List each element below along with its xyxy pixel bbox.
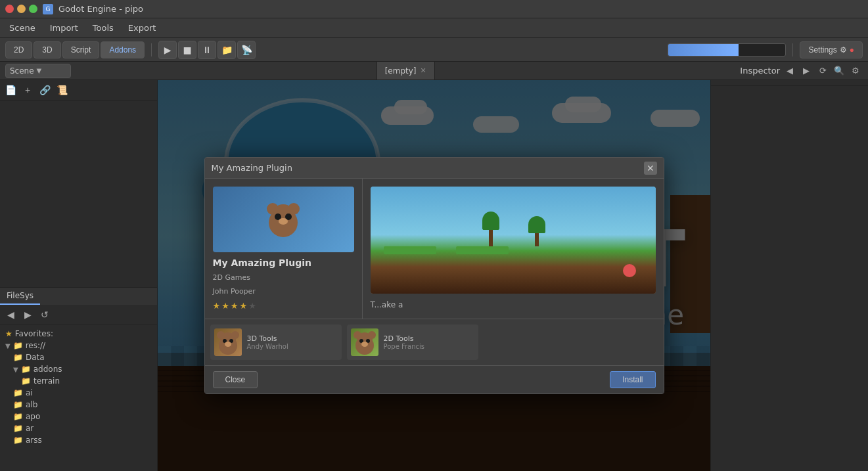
play-btn[interactable]: ▶ [158,41,177,59]
modal-close-btn[interactable]: ✕ [644,162,657,175]
titlebar-title: Godot Engine - pipo [58,4,143,14]
alert-icon: ● [850,45,854,55]
menu-import[interactable]: Import [43,21,85,35]
tab-spacer [76,62,377,79]
inspector-prev-btn[interactable]: ◀ [783,64,797,78]
modal-plugin-description: T...ake a [363,179,664,319]
modal-titlebar: My Amazing Plugin ✕ [205,158,664,179]
svg-point-18 [288,203,300,215]
fs-tree: ★ Favorites: ▼ 📁 res:// 📁 Data ▼ 📁 addon… [0,325,157,471]
inspector-history-btn[interactable]: ⟳ [815,64,830,78]
close-window-btn[interactable] [5,5,14,13]
menu-tools[interactable]: Tools [86,21,120,35]
mode-2d-btn[interactable]: 2D [5,41,32,58]
play-buttons-group: ▶ ■ ⏸ 📁 📡 [158,41,256,59]
fs-node-arss[interactable]: 📁 arss [0,434,157,446]
inspector-settings-btn[interactable]: ⚙ [848,64,863,78]
fs-node-alb[interactable]: 📁 alb [0,399,157,411]
plugin-category: 2D Games [213,273,354,282]
fs-forward-btn[interactable]: ▶ [20,307,35,323]
plugin-card-name-2: 2D Tools [384,334,474,343]
star-2: ★ [221,301,229,311]
modal-title: My Amazing Plugin [212,163,292,173]
scene-tab-section: Scene ▼ [0,62,76,79]
instance-scene-btn[interactable]: 🔗 [37,82,53,98]
inspector-search-btn[interactable]: 🔍 [832,64,846,78]
scene-tree [0,101,157,287]
progress-bar-fill [668,44,739,56]
fs-node-ai[interactable]: 📁 ai [0,387,157,399]
plugin-card-info-1: 3D Tools Andy Warhol [247,334,338,350]
fs-node-res[interactable]: ▼ 📁 res:// [0,340,157,351]
plugin-rating: ★ ★ ★ ★ ★ [213,301,354,311]
plugin-name: My Amazing Plugin [213,258,354,268]
progress-bar [668,43,786,56]
mode-addons-btn[interactable]: Addons [101,41,145,58]
fs-node-apo[interactable]: 📁 apo [0,411,157,422]
main-area: 📄 + 🔗 📜 FileSys ◀ ▶ ↺ ★ Favorites: [0,80,868,471]
plugin-card-thumb-1 [214,328,242,356]
inspector-next-btn[interactable]: ▶ [799,64,813,78]
svg-point-31 [354,331,361,339]
plugin-card-1[interactable]: 3D Tools Andy Warhol [210,325,342,360]
inspector-label: Inspector [740,66,780,76]
pause-btn[interactable]: ⏸ [198,41,216,59]
plugin-card-info-2: 2D Tools Pope Francis [384,334,474,350]
mode-buttons-group: 2D 3D Script Addons [5,41,145,58]
svg-point-24 [217,331,225,339]
fs-node-data[interactable]: 📁 Data [0,351,157,363]
modal-window: My Amazing Plugin ✕ [204,157,664,394]
stop-btn[interactable]: ■ [178,41,196,59]
inspector-section: Inspector ◀ ▶ ⟳ 🔍 ⚙ [735,62,868,79]
fs-node-terrain[interactable]: 📁 terrain [0,375,157,387]
fs-node-ar[interactable]: 📁 ar [0,422,157,434]
tab-close-icon[interactable]: ✕ [421,66,426,75]
plugin-3d-icon [214,328,242,356]
minimize-window-btn[interactable] [17,5,26,13]
star-4: ★ [239,301,247,311]
plugin-author: John Pooper [213,287,354,296]
inspector-search-bar [711,80,868,86]
dropdown-arrow-icon: ▼ [37,67,42,74]
remote-btn[interactable]: 📡 [237,41,256,59]
star-5: ★ [248,301,256,311]
settings-icon: ⚙ [840,45,847,55]
center-viewport: GODOT Game engine [158,80,710,471]
plugin-description-text: T...ake a [371,299,656,311]
scene-dropdown[interactable]: Scene ▼ [5,64,71,78]
svg-point-25 [231,331,239,339]
plugin-2d-icon [351,328,378,356]
add-node-btn[interactable]: + [20,82,35,98]
fs-refresh-btn[interactable]: ↺ [37,307,53,323]
mode-script-btn[interactable]: Script [62,41,100,58]
plugin-grid: 3D Tools Andy Warhol [205,319,664,365]
modal-footer: Close Install [205,365,664,393]
new-scene-btn[interactable]: 📄 [3,82,18,98]
plugin-card-author-2: Pope Francis [384,343,474,350]
left-panel: 📄 + 🔗 📜 FileSys ◀ ▶ ↺ ★ Favorites: [0,80,158,471]
fs-back-btn[interactable]: ◀ [3,307,18,323]
settings-btn[interactable]: Settings ⚙ ● [800,41,863,58]
fs-toolbar: ◀ ▶ ↺ [0,305,157,325]
plugin-card-thumb-2 [351,328,378,356]
menu-scene[interactable]: Scene [3,21,42,35]
app-icon: G [43,4,53,14]
maximize-window-btn[interactable] [29,5,37,13]
step-btn[interactable]: 📁 [217,41,236,59]
svg-point-28 [225,342,231,347]
toolbar-separator-1 [151,43,152,56]
plugin-card-name-1: 3D Tools [247,334,338,343]
filesystem-tab[interactable]: FileSys [0,288,40,305]
window-controls[interactable] [5,5,37,13]
mode-3d-btn[interactable]: 3D [34,41,60,58]
script-btn[interactable]: 📜 [54,82,70,98]
modal-install-button[interactable]: Install [610,371,655,388]
fs-node-addons[interactable]: ▼ 📁 addons [0,363,157,375]
tab-empty[interactable]: [empty] ✕ [377,62,435,79]
plugin-card-2[interactable]: 2D Tools Pope Francis [347,325,478,360]
tab-spacer-2 [435,62,735,79]
menu-export[interactable]: Export [122,21,163,35]
star-1: ★ [213,301,221,311]
svg-point-35 [361,342,368,347]
modal-close-button[interactable]: Close [213,371,258,388]
